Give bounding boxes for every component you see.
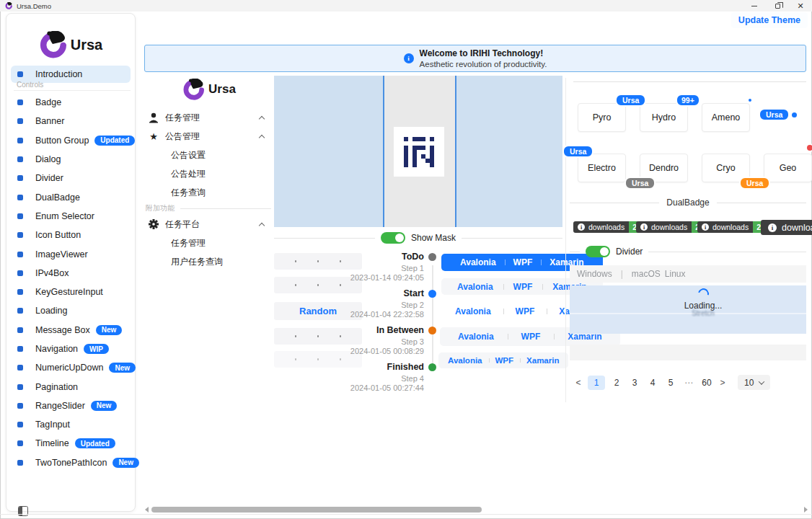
sidebar-item-badge: New	[112, 458, 139, 468]
sidebar-item[interactable]: ImageViewer	[6, 244, 136, 263]
menu-item-user-task-query[interactable]: 用户任务查询	[144, 252, 274, 271]
ursa-badge-orange: Ursa	[739, 177, 770, 190]
menu-item-task-platform[interactable]: 任务平台	[144, 215, 274, 234]
menu-item-label: 公告设置	[171, 149, 206, 161]
chevron-up-icon	[259, 135, 265, 141]
masked-tab-strip: Windows | macOS Linux	[570, 265, 806, 283]
sidebar-section-label: Controls	[17, 81, 43, 89]
image-viewer[interactable]	[274, 76, 562, 227]
minimize-button[interactable]	[743, 0, 766, 12]
scroll-left-icon[interactable]	[145, 507, 149, 513]
sidebar-item[interactable]: RangeSlider New	[6, 396, 136, 415]
sidebar-item[interactable]: Icon Button	[6, 226, 136, 244]
bottom-border	[0, 514, 812, 515]
horizontal-scrollbar-thumb[interactable]	[151, 507, 482, 513]
button-wpf[interactable]: WPF	[489, 356, 521, 365]
page-ellipsis: ⋯	[682, 376, 695, 390]
pagination: < 1 2 3 4 5 ⋯ 60 > 10	[574, 375, 770, 390]
sidebar-item-label: Introduction	[35, 69, 82, 79]
page-2[interactable]: 2	[610, 376, 623, 390]
sidebar-logo: Ursa	[6, 31, 135, 58]
ursa-badge-topleft: Ursa	[562, 145, 593, 158]
scroll-right-icon[interactable]	[804, 507, 808, 513]
sidebar-item[interactable]: Navigation WIP	[6, 340, 136, 358]
timeline-status: Finished	[339, 362, 424, 373]
menu-item-notice-settings[interactable]: 公告设置	[144, 146, 274, 164]
page-3[interactable]: 3	[628, 376, 641, 390]
sidebar-item[interactable]: Dialog	[6, 150, 136, 169]
sidebar-item-badge: New	[96, 325, 123, 335]
sidebar-item[interactable]: Enum Selector	[6, 207, 136, 226]
sidebar-item[interactable]: IPv4Box	[6, 264, 136, 283]
button-avalonia[interactable]: Avalonia	[447, 282, 503, 292]
divider-line	[462, 238, 562, 239]
timeline-entry: ToDo Step 1 2023-01-14 09:24:05	[339, 252, 424, 283]
button-avalonia[interactable]: Avalonia	[444, 332, 508, 342]
dual-badge-label: downloads	[588, 223, 625, 231]
sidebar-item[interactable]: TagInput	[6, 415, 136, 434]
bullet-icon	[17, 384, 23, 390]
timeline-date: 2024-01-05 00:27:44	[339, 383, 424, 393]
sidebar-item[interactable]: TwoTonePathIcon New	[6, 453, 136, 472]
sidebar-item[interactable]: Banner	[6, 112, 136, 130]
badge-card-ameno: Ameno	[702, 103, 750, 132]
bullet-icon	[17, 440, 23, 446]
button-avalonia[interactable]: Avalonia	[441, 356, 489, 365]
menu-item-task-management-sub[interactable]: 任务管理	[144, 234, 274, 252]
placeholder-bar	[570, 345, 806, 360]
info-icon: i	[404, 53, 414, 63]
sidebar-item-label: Badge	[35, 97, 61, 107]
page-1-current[interactable]: 1	[588, 376, 605, 390]
sidebar-item[interactable]: Button Group Updated	[6, 131, 136, 150]
menu-item-task-query[interactable]: 任务查询	[144, 183, 274, 202]
divider-line	[717, 203, 806, 203]
page-60[interactable]: 60	[700, 376, 713, 390]
divider-toggle[interactable]	[586, 246, 610, 257]
chevron-up-icon	[259, 223, 265, 229]
page-4[interactable]: 4	[646, 376, 659, 390]
button-wpf[interactable]: WPF	[503, 282, 543, 292]
tab-windows: Windows	[577, 269, 612, 279]
menu-item-notice-process[interactable]: 公告处理	[144, 164, 274, 183]
sidebar-item-badge: Updated	[94, 136, 135, 146]
title-bar: Ursa.Demo ✕	[0, 0, 812, 12]
sidebar-item[interactable]: Message Box New	[6, 321, 136, 340]
sidebar-item[interactable]: NumericUpDown New	[6, 358, 136, 377]
sidebar-item[interactable]: Timeline Updated	[6, 434, 136, 453]
maximize-button[interactable]	[766, 0, 789, 12]
button-wpf[interactable]: WPF	[505, 257, 542, 267]
button-xamarin[interactable]: Xamarin	[520, 356, 565, 365]
sidebar-item-badge: Updated	[75, 438, 115, 448]
timeline-date: 2024-01-05 00:08:29	[339, 347, 424, 356]
bullet-icon	[17, 327, 23, 333]
menu-item-task-management[interactable]: 任务管理	[144, 108, 274, 127]
sidebar-item[interactable]: Badge	[6, 93, 136, 112]
close-button[interactable]: ✕	[789, 0, 812, 12]
button-wpf[interactable]: WPF	[508, 332, 555, 342]
button-avalonia[interactable]: Avalonia	[451, 257, 505, 267]
sidebar-item[interactable]: DualBadge	[6, 187, 136, 206]
panel-splitter	[565, 78, 566, 402]
count-badge: 99+	[676, 94, 700, 107]
timeline-dot	[428, 253, 436, 261]
sidebar-item[interactable]: Loading	[6, 301, 136, 320]
page-5[interactable]: 5	[664, 376, 677, 390]
show-mask-toggle[interactable]	[381, 232, 405, 244]
button-avalonia[interactable]: Avalonia	[443, 306, 503, 316]
app-window: Ursa.Demo ✕ Ursa Introduction Controls B…	[0, 0, 812, 519]
menu-item-label: 任务管理	[165, 112, 200, 124]
bullet-icon	[17, 308, 23, 314]
button-wpf[interactable]: WPF	[503, 306, 547, 316]
sidebar-item[interactable]: KeyGestureInput	[6, 283, 136, 301]
update-theme-button[interactable]: Update Theme	[731, 12, 808, 28]
banner-subtitle: Aesthetic revolution of productivity.	[420, 59, 547, 69]
sidebar-item-label: Divider	[35, 173, 63, 183]
octet-separator	[340, 358, 342, 360]
sidebar-logo-text: Ursa	[71, 37, 102, 53]
sidebar-item[interactable]: Pagination	[6, 377, 136, 396]
prev-page-button[interactable]: <	[574, 378, 583, 388]
next-page-button[interactable]: >	[718, 378, 727, 388]
sidebar-item[interactable]: Divider	[6, 169, 136, 187]
page-size-select[interactable]: 10	[738, 375, 770, 390]
menu-item-notice-management[interactable]: ★ 公告管理	[144, 127, 274, 146]
